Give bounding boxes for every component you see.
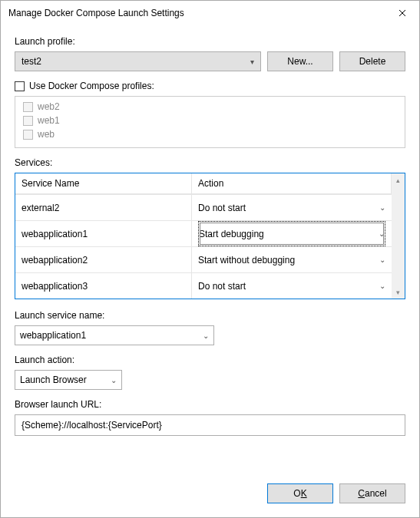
compose-profile-item: web	[23, 129, 397, 140]
service-action-select[interactable]: Do not start⌄	[198, 273, 385, 299]
titlebar: Manage Docker Compose Launch Settings	[1, 1, 419, 25]
service-action-value: Start without debugging	[198, 255, 295, 266]
service-action-select[interactable]: Start without debugging⌄	[198, 247, 385, 272]
services-header-name[interactable]: Service Name	[15, 173, 192, 194]
compose-profile-checkbox[interactable]	[23, 130, 33, 140]
close-icon	[399, 9, 406, 17]
services-label: Services:	[15, 157, 405, 168]
service-action-cell: Start debugging⌄	[192, 220, 392, 246]
service-action-select[interactable]: Do not start⌄	[198, 195, 385, 220]
launch-action-value: Launch Browser	[20, 374, 87, 385]
compose-profile-label: web	[38, 129, 55, 140]
browser-url-input[interactable]: {Scheme}://localhost:{ServicePort}	[15, 414, 405, 436]
browser-url-label: Browser launch URL:	[15, 399, 405, 410]
launch-service-name-label: Launch service name:	[15, 310, 405, 321]
compose-profile-checkbox[interactable]	[23, 116, 33, 126]
launch-service-name-select[interactable]: webapplication1 ⌄	[15, 325, 214, 345]
table-row: webapplication2Start without debugging⌄	[15, 246, 392, 272]
launch-profile-value: test2	[21, 56, 41, 67]
new-button[interactable]: New...	[267, 51, 333, 71]
table-row: webapplication3Do not start⌄	[15, 272, 392, 299]
cancel-button[interactable]: Cancel	[339, 483, 405, 503]
chevron-down-icon: ⌄	[379, 229, 385, 238]
chevron-down-icon: ⌄	[203, 332, 209, 340]
services-table: Service Name Action external2Do not star…	[15, 173, 405, 299]
compose-profiles-list: web2web1web	[15, 96, 405, 148]
services-header-row: Service Name Action	[15, 173, 392, 194]
service-action-cell: Start without debugging⌄	[192, 246, 392, 272]
chevron-down-icon: ⌄	[111, 376, 117, 384]
launch-profile-select[interactable]: test2 ▾	[15, 51, 261, 71]
chevron-down-icon: ⌄	[379, 282, 385, 290]
compose-profile-label: web2	[38, 101, 60, 112]
services-header-action[interactable]: Action	[192, 173, 392, 194]
delete-button[interactable]: Delete	[339, 51, 405, 71]
service-action-value: Do not start	[198, 203, 246, 213]
scroll-down-button[interactable]: ▾	[392, 285, 405, 299]
service-action-select[interactable]: Start debugging⌄	[198, 221, 385, 246]
service-action-value: Start debugging	[199, 229, 264, 239]
service-action-value: Do not start	[198, 281, 246, 292]
ok-button[interactable]: OK	[267, 483, 333, 503]
service-name-cell[interactable]: webapplication2	[15, 246, 192, 272]
browser-url-value: {Scheme}://localhost:{ServicePort}	[21, 420, 162, 431]
service-action-cell: Do not start⌄	[192, 272, 392, 299]
close-button[interactable]	[385, 1, 419, 25]
dialog-window: Manage Docker Compose Launch Settings La…	[0, 0, 420, 518]
service-action-cell: Do not start⌄	[192, 194, 392, 220]
launch-service-name-value: webapplication1	[20, 330, 86, 341]
service-name-cell[interactable]: external2	[15, 194, 192, 220]
use-profiles-label: Use Docker Compose profiles:	[29, 81, 154, 91]
compose-profile-item: web2	[23, 101, 397, 112]
compose-profile-label: web1	[38, 115, 60, 126]
service-name-cell[interactable]: webapplication1	[15, 220, 192, 246]
dialog-body: Launch profile: test2 ▾ New... Delete Us…	[1, 25, 419, 517]
compose-profile-checkbox[interactable]	[23, 102, 33, 112]
chevron-down-icon: ⌄	[379, 256, 385, 264]
dialog-footer: OK Cancel	[15, 483, 405, 503]
scroll-up-button[interactable]: ▴	[392, 173, 405, 186]
compose-profile-item: web1	[23, 115, 397, 126]
launch-action-select[interactable]: Launch Browser ⌄	[15, 370, 122, 390]
services-scrollbar[interactable]: ▴ ▾	[392, 173, 405, 299]
use-profiles-checkbox[interactable]	[15, 81, 25, 91]
launch-profile-label: Launch profile:	[15, 36, 405, 47]
launch-action-label: Launch action:	[15, 355, 405, 365]
service-name-cell[interactable]: webapplication3	[15, 272, 192, 299]
dialog-title: Manage Docker Compose Launch Settings	[8, 8, 385, 18]
chevron-down-icon: ▾	[250, 58, 254, 66]
chevron-down-icon: ⌄	[379, 203, 385, 212]
table-row: webapplication1Start debugging⌄	[15, 220, 392, 246]
table-row: external2Do not start⌄	[15, 194, 392, 220]
